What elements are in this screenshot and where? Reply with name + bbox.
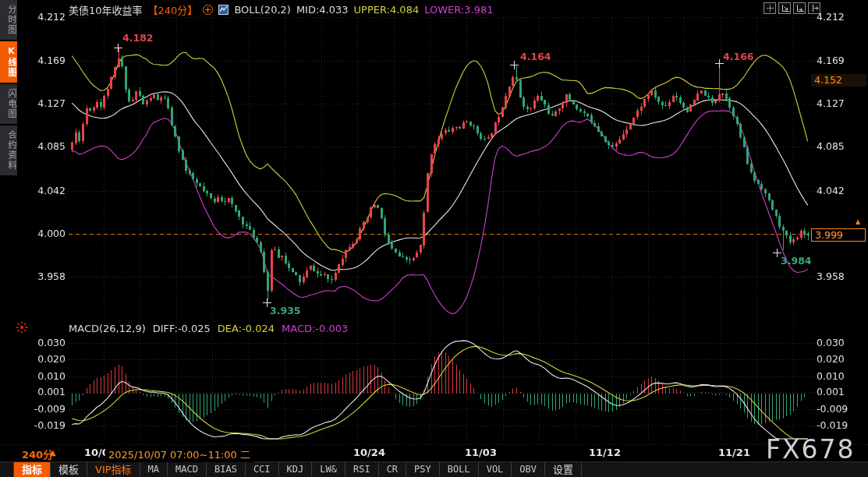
annotation-high-2: 4.166 xyxy=(723,51,754,62)
tab-指标[interactable]: 指标 xyxy=(13,462,51,477)
macd-tick-right-2: 0.010 xyxy=(817,371,845,382)
tab-CR[interactable]: CR xyxy=(379,462,406,477)
time-label-4: 11/12 xyxy=(589,447,621,458)
extreme-cross-marker-0 xyxy=(114,44,122,52)
macd-header: MACD(26,12,9) DIFF:-0.025 DEA:-0.024 MAC… xyxy=(69,323,348,334)
tab-KDJ[interactable]: KDJ xyxy=(279,462,313,477)
tab-模板[interactable]: 模板 xyxy=(51,462,87,477)
alert-burst-icon xyxy=(15,320,29,337)
symbol-title: 美债10年收益率 xyxy=(69,2,143,17)
period-indicator[interactable]: 240分 xyxy=(22,447,53,461)
tab-CCI[interactable]: CCI xyxy=(246,462,279,477)
extreme-cross-marker-3 xyxy=(263,299,271,307)
sidebar-item-3[interactable]: 合约资料 xyxy=(0,125,17,175)
price-tick-right-1: 4.169 xyxy=(817,55,845,66)
price-tick-left-0: 4.212 xyxy=(22,12,66,23)
tab-设置[interactable]: 设置 xyxy=(545,462,582,477)
period-dropdown-arrow-icon[interactable]: ▲ xyxy=(50,448,56,457)
macd-macd-value: MACD:-0.003 xyxy=(282,323,348,334)
bar-time-tooltip: 2025/10/07 07:00~11:00 二 xyxy=(105,446,253,462)
period-label: 【240分】 xyxy=(148,2,198,17)
price-tick-left-2: 4.127 xyxy=(22,98,66,109)
tab-LW&[interactable]: LW& xyxy=(312,462,345,477)
extreme-cross-marker-4 xyxy=(773,249,781,257)
time-label-3: 11/03 xyxy=(465,447,497,458)
kline-chart-canvas[interactable] xyxy=(0,0,868,477)
macd-params-label: MACD(26,12,9) xyxy=(69,323,146,334)
add-indicator-icon[interactable] xyxy=(203,5,213,15)
indicator-tabbar: 指标模板VIP指标MAMACDBIASCCIKDJLW&RSICRPSYBOLL… xyxy=(0,461,868,477)
tab-MA[interactable]: MA xyxy=(140,462,168,477)
boll-lower-value: LOWER:3.981 xyxy=(424,4,493,16)
boll-upper-value: UPPER:4.084 xyxy=(354,4,420,16)
price-tick-left-3: 4.085 xyxy=(22,141,66,152)
price-axis-scale-icon[interactable] xyxy=(778,2,791,14)
price-tick-right-4: 4.042 xyxy=(817,186,845,196)
tab-VIP指标[interactable]: VIP指标 xyxy=(87,462,140,477)
time-axis-scale-icon[interactable] xyxy=(793,2,806,14)
price-tick-left-1: 4.169 xyxy=(22,55,66,66)
macd-tick-right-3: 0.001 xyxy=(817,387,845,398)
extreme-cross-marker-2 xyxy=(715,59,724,68)
mini-chart-icon xyxy=(218,5,229,15)
sidebar-item-0[interactable]: 分时图 xyxy=(0,0,17,40)
extreme-cross-marker-1 xyxy=(510,61,519,69)
last-price-tag: 3.999 xyxy=(811,228,866,242)
sidebar-chart-modes: 分时图K线图闪电图合约资料 xyxy=(0,0,17,175)
price-tick-left-5: 4.000 xyxy=(22,228,66,239)
tab-RSI[interactable]: RSI xyxy=(345,462,379,477)
chart-toolbar xyxy=(763,2,820,14)
tab-BIAS[interactable]: BIAS xyxy=(207,462,246,477)
price-tick-left-4: 4.042 xyxy=(22,186,66,196)
highlight-price-tag: 4.152 xyxy=(811,74,866,87)
watermark: FX678 xyxy=(766,434,856,465)
boll-mid-value: MID:4.033 xyxy=(296,4,349,16)
trading-app-window: 分时图K线图闪电图合约资料 美债10年收益率 【240分】 BOLL(20,2)… xyxy=(0,0,868,477)
macd-dea-value: DEA:-0.024 xyxy=(218,323,275,334)
time-label-5: 11/21 xyxy=(718,447,750,458)
macd-tick-left-2: 0.010 xyxy=(22,371,66,382)
price-tick-right-6: 3.958 xyxy=(817,271,845,282)
macd-tick-left-3: 0.001 xyxy=(22,387,66,398)
boll-label: BOLL(20,2) xyxy=(234,4,291,16)
tab-PSY[interactable]: PSY xyxy=(406,462,440,477)
sidebar-item-1[interactable]: K线图 xyxy=(0,41,17,83)
price-tick-left-6: 3.958 xyxy=(22,271,66,282)
price-tick-right-0: 4.212 xyxy=(817,12,845,23)
annotation-low-3: 3.935 xyxy=(270,305,301,316)
tab-BOLL[interactable]: BOLL xyxy=(440,462,479,477)
price-marker-arrow-icon: ▲ xyxy=(856,218,860,225)
price-tick-right-2: 4.127 xyxy=(817,98,845,109)
macd-tick-left-0: 0.030 xyxy=(22,337,66,348)
macd-tick-left-4: -0.009 xyxy=(22,404,66,415)
annotation-high-1: 4.164 xyxy=(520,51,551,62)
macd-diff-value: DIFF:-0.025 xyxy=(153,323,211,334)
crosshair-move-icon[interactable] xyxy=(763,2,776,14)
macd-tick-right-1: 0.020 xyxy=(817,354,845,365)
annotation-high-0: 4.182 xyxy=(122,32,154,44)
sidebar-item-2[interactable]: 闪电图 xyxy=(0,84,17,124)
macd-tick-right-4: -0.009 xyxy=(817,404,848,415)
macd-tick-left-5: -0.019 xyxy=(22,420,66,431)
tab-VOL[interactable]: VOL xyxy=(479,462,512,477)
chart-header: 美债10年收益率 【240分】 BOLL(20,2) MID:4.033 UPP… xyxy=(69,2,494,17)
annotation-low-4: 3.984 xyxy=(781,255,812,267)
macd-tick-right-0: 0.030 xyxy=(817,337,845,348)
macd-tick-right-5: -0.019 xyxy=(817,420,848,431)
price-tick-right-3: 4.085 xyxy=(817,141,845,152)
macd-tick-left-1: 0.020 xyxy=(22,354,66,365)
tab-MACD[interactable]: MACD xyxy=(168,462,207,477)
tab-OBV[interactable]: OBV xyxy=(512,462,545,477)
time-label-2: 10/24 xyxy=(353,447,385,458)
